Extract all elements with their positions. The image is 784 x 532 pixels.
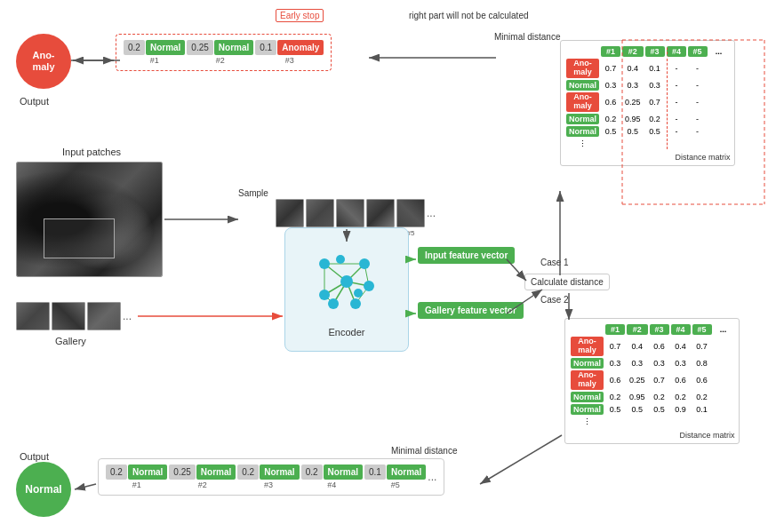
seq-num-3: #3	[285, 56, 294, 65]
svg-point-12	[319, 258, 330, 269]
image-rectangle	[44, 218, 115, 258]
sample-patch-5	[396, 199, 425, 227]
dist-matrix-top-label: Distance matrix	[564, 153, 731, 162]
gallery-feature-vector: Gallery feature vector	[418, 302, 524, 319]
seq-num-2: #2	[216, 56, 225, 65]
case2-label: Case 2	[540, 295, 569, 305]
seq-box-3: 0.1 Anomaly	[255, 40, 324, 55]
seq-box-1: 0.2 Normal	[124, 40, 185, 55]
b-col-5: #5	[692, 324, 712, 335]
col-header-1: #1	[601, 46, 620, 57]
input-image	[16, 162, 163, 277]
b-col-more: ...	[714, 324, 733, 335]
cell-5-1: 0.5	[601, 126, 620, 137]
calc-dist-box: Calculate distance	[524, 274, 610, 290]
b-row-normal-1: Normal	[571, 358, 604, 369]
cell-5-5: -	[688, 126, 708, 137]
right-part-label: right part will not be calculated	[409, 11, 529, 20]
sample-patch-1	[276, 199, 304, 227]
b-row-anomaly-2: Ano-maly	[571, 370, 604, 390]
input-feature-vector: Input feature vector	[418, 247, 515, 264]
svg-point-17	[328, 298, 339, 309]
svg-point-14	[364, 281, 374, 291]
b-row-normal-2: Normal	[571, 392, 604, 402]
cell-4-3: 0.2	[645, 114, 665, 124]
row-label-anomaly-2: Ano-maly	[566, 92, 599, 112]
cell-4-2: 0.95	[622, 114, 644, 124]
output-label-top: Output	[20, 96, 49, 107]
cell-1-2: 0.4	[622, 59, 644, 78]
col-header-4: #4	[667, 46, 686, 57]
row-label-normal-3: Normal	[566, 126, 599, 137]
cell-1-1: 0.7	[601, 59, 620, 78]
b-seq-item-4: 0.2 Normal #4	[301, 465, 363, 489]
dist-matrix-bottom-label: Distance matrix	[569, 431, 735, 440]
seq-num-1: #1	[150, 56, 159, 65]
b-col-1: #1	[605, 324, 625, 335]
anomaly-circle-top: Ano-maly	[16, 34, 71, 89]
minimal-dist-bottom: Minimal distance	[391, 446, 457, 456]
b-seq-dots: ...	[428, 471, 436, 483]
svg-point-19	[354, 289, 363, 298]
diagram: Ano-maly Output Early stop right part wi…	[0, 0, 784, 532]
cell-4-1: 0.2	[601, 114, 620, 124]
cell-3-1: 0.6	[601, 92, 620, 112]
cell-2-1: 0.3	[601, 80, 620, 91]
svg-line-35	[480, 435, 562, 484]
svg-point-11	[340, 275, 353, 288]
dist-matrix-bottom: #1 #2 #3 #4 #5 ... Ano-maly 0.70.40.60.4…	[564, 318, 740, 444]
cell-1-5: -	[688, 59, 708, 78]
b-seq-item-3: 0.2 Normal #3	[237, 465, 299, 489]
label-normal-1: Normal	[146, 40, 185, 55]
svg-point-16	[319, 290, 330, 300]
gallery-patch-3	[87, 302, 121, 330]
bottom-sequence: 0.2 Normal #1 0.25 Normal #2 0.2 Normal …	[98, 458, 444, 496]
b-col-4: #4	[671, 324, 691, 335]
col-header-5: #5	[688, 46, 708, 57]
cell-1-3: 0.1	[645, 59, 665, 78]
b-seq-item-5: 0.1 Normal #5	[364, 465, 426, 489]
output-label-bottom: Output	[20, 451, 49, 462]
cell-2-4: -	[667, 80, 686, 91]
sample-label: Sample	[238, 188, 268, 198]
gallery-dots: ...	[123, 310, 132, 322]
cell-1-4: -	[667, 59, 686, 78]
sample-patch-4	[366, 199, 395, 227]
seq-item-1: 0.2 Normal #1	[124, 40, 185, 65]
network-svg	[307, 242, 387, 322]
cell-3-5: -	[688, 92, 708, 112]
minimal-dist-top: Minimal distance	[494, 32, 560, 42]
cell-5-3: 0.5	[645, 126, 665, 137]
svg-point-13	[359, 258, 370, 269]
gallery-strip: ...	[16, 302, 132, 330]
cell-2-2: 0.3	[622, 80, 644, 91]
encoder-box: Encoder	[284, 227, 409, 352]
cell-5-4: -	[667, 126, 686, 137]
seq-item-3: 0.1 Anomaly #3	[255, 40, 324, 65]
cell-3-4: -	[667, 92, 686, 112]
dots-row: ⋮	[566, 139, 599, 149]
input-patches-label: Input patches	[62, 147, 121, 157]
gallery-label: Gallery	[55, 336, 86, 346]
col-header-3: #3	[645, 46, 665, 57]
label-normal-2: Normal	[214, 40, 253, 55]
row-label-normal-2: Normal	[566, 114, 599, 124]
top-sequence: 0.2 Normal #1 0.25 Normal #2 0.1 Anomaly…	[116, 34, 332, 71]
cell-5-2: 0.5	[622, 126, 644, 137]
gallery-patch-2	[52, 302, 85, 330]
svg-point-18	[336, 255, 345, 264]
seq-item-2: 0.25 Normal #2	[187, 40, 253, 65]
sample-strip: ...	[276, 199, 436, 227]
cell-4-4: -	[667, 114, 686, 124]
case1-label: Case 1	[540, 258, 569, 267]
encoder-label: Encoder	[329, 327, 365, 337]
b-row-anomaly-1: Ano-maly	[571, 337, 604, 356]
sample-patch-2	[306, 199, 334, 227]
val-box-3: 0.1	[255, 40, 276, 55]
col-header-more: ...	[709, 46, 729, 57]
gallery-patch-1	[16, 302, 50, 330]
cell-2-3: 0.3	[645, 80, 665, 91]
early-stop-label: Early stop	[276, 9, 324, 22]
b-seq-item-2: 0.25 Normal #2	[169, 465, 236, 489]
b-row-normal-3: Normal	[571, 404, 604, 415]
